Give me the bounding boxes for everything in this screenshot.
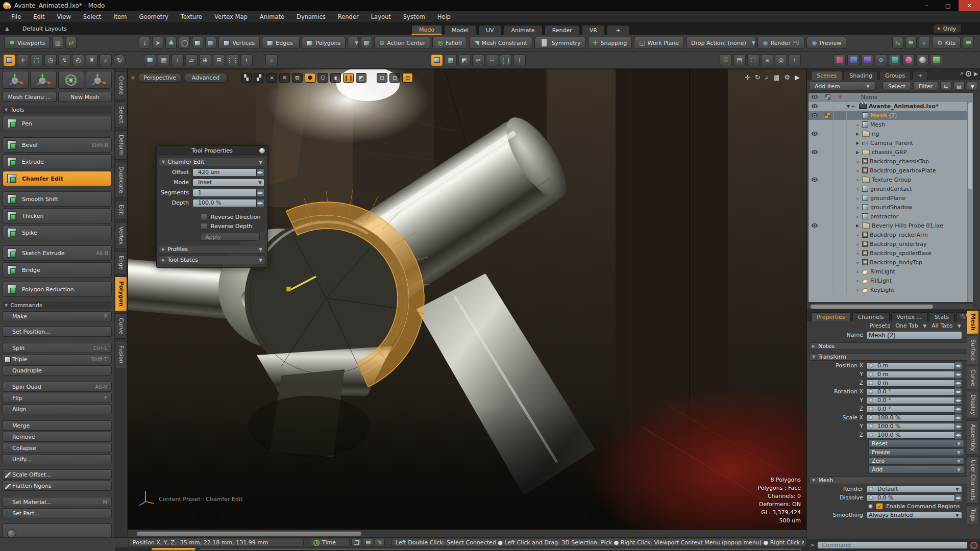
spinner-icon[interactable]: ◀▶ bbox=[954, 362, 962, 369]
gray-ball-icon[interactable] bbox=[916, 54, 928, 66]
zoom-tool-icon[interactable]: ⌕ bbox=[100, 54, 112, 66]
channel-dot-icon[interactable] bbox=[869, 381, 873, 385]
tree-item[interactable]: chassis_GRP bbox=[808, 147, 973, 157]
xray-mode-icon[interactable]: ⚇ bbox=[317, 73, 328, 83]
falloff-button[interactable]: ◎Falloff bbox=[432, 37, 467, 49]
ws-brackets-icon[interactable]: ❲❳ bbox=[500, 54, 512, 66]
menu-item[interactable]: Vertex Map bbox=[208, 12, 254, 22]
viewport-3d[interactable]: Perspective Advanced ▚ ▞ × ≋ ⧉ ⚉ ⚇ ◖ ❙❙ … bbox=[128, 69, 806, 530]
channel-input[interactable]: 0.0 ° ◀▶ bbox=[866, 388, 962, 395]
pink-gem-icon[interactable] bbox=[902, 54, 915, 66]
tool-button[interactable]: Chamfer Edit bbox=[3, 171, 112, 186]
tree-item[interactable]: RimLight bbox=[808, 267, 973, 276]
commands-section-header[interactable]: ▼Commands bbox=[3, 301, 112, 309]
render-dropdown[interactable]: Default▼ bbox=[866, 486, 962, 493]
move-tool-icon[interactable]: ✛ bbox=[17, 54, 29, 66]
one-tab-dropdown[interactable]: One Tab ▼ bbox=[895, 322, 926, 329]
translate-widget-icon[interactable] bbox=[86, 71, 112, 89]
cube-select-icon[interactable] bbox=[192, 37, 203, 49]
tool-button[interactable]: Sketch Extrude Alt-B bbox=[3, 245, 112, 261]
snapping-button[interactable]: ✛Snapping bbox=[588, 37, 632, 49]
workspace-tab[interactable]: Modo bbox=[411, 25, 442, 35]
tool-button[interactable]: Pen bbox=[3, 116, 112, 131]
properties-tab[interactable]: Vertex ... bbox=[891, 312, 927, 321]
visibility-toggle[interactable] bbox=[812, 113, 818, 117]
tree-item[interactable]: Backdrop_gearboxPlate bbox=[808, 166, 973, 175]
command-button[interactable]: Unify... bbox=[3, 454, 112, 464]
scrollbar-handle[interactable] bbox=[137, 532, 361, 536]
swap-layout-icon[interactable]: ⇆ bbox=[892, 37, 903, 49]
properties-tab[interactable]: Channels bbox=[852, 312, 890, 321]
rotate-tool-icon[interactable]: ◷ bbox=[44, 54, 57, 66]
tree-item[interactable]: groundContact bbox=[808, 184, 973, 193]
properties-side-tab[interactable]: Assembly bbox=[967, 420, 979, 455]
panes-icon[interactable] bbox=[905, 37, 917, 49]
tool-properties-header[interactable]: Tool Properties bbox=[157, 146, 267, 156]
compare-icon[interactable]: ⇆ bbox=[940, 82, 951, 91]
tree-item[interactable]: FillLight bbox=[808, 276, 973, 285]
mode-dropdown[interactable]: Inset▼ bbox=[192, 179, 264, 187]
tree-vertical-scrollbar[interactable] bbox=[967, 102, 973, 302]
list-view-icon[interactable]: ▤ bbox=[953, 82, 965, 91]
ws-scissors-icon[interactable]: ✂ bbox=[472, 54, 484, 66]
command-button[interactable]: Spin Quad Alt-V bbox=[3, 382, 112, 392]
monitor-icon[interactable] bbox=[363, 539, 373, 547]
pan-icon[interactable]: ✛ bbox=[745, 73, 750, 82]
vp-plus-icon[interactable]: + bbox=[240, 54, 253, 66]
violet-item-icon[interactable] bbox=[861, 54, 873, 66]
mode-tab[interactable]: Curve bbox=[115, 313, 127, 339]
tree-item[interactable]: rig bbox=[808, 129, 973, 138]
command-button[interactable]: Merge bbox=[3, 420, 112, 431]
workplane-toggle-icon[interactable]: ⊡ bbox=[389, 73, 400, 83]
visibility-toggle[interactable] bbox=[812, 150, 818, 154]
refresh-icon[interactable]: ↻ bbox=[113, 54, 126, 66]
vp-dots-icon[interactable]: ⋮⋮ bbox=[227, 54, 239, 66]
ws-cube-icon[interactable] bbox=[431, 54, 443, 66]
uv-book-icon[interactable]: ❙❙ bbox=[343, 73, 354, 83]
layout-split-icon[interactable]: ▥ bbox=[52, 37, 63, 49]
new-mesh-button[interactable]: New Mesh bbox=[58, 92, 112, 102]
menu-item[interactable]: Dynamics bbox=[290, 12, 332, 22]
expand-arrow-icon[interactable] bbox=[854, 132, 861, 136]
shading-mode-button[interactable]: Advanced bbox=[184, 73, 228, 83]
menu-item[interactable]: Render bbox=[332, 12, 365, 22]
polygon-type-dropdown[interactable]: ▼ bbox=[348, 37, 359, 49]
tool-button[interactable]: Thicken bbox=[3, 208, 112, 223]
drop-action-dropdown[interactable]: Drop Action: (none)▼ bbox=[686, 37, 755, 49]
ws-plus-icon[interactable]: + bbox=[513, 54, 526, 66]
dissolve-input[interactable]: 0.0 %◀▶ bbox=[866, 494, 962, 502]
mode-tab[interactable]: Deform bbox=[115, 130, 127, 160]
render-button[interactable]: ◉ RenderF9 bbox=[757, 37, 804, 49]
tool-button[interactable]: Bevel Shift-B bbox=[3, 137, 112, 153]
ws-grid-icon[interactable]: ▦ bbox=[445, 54, 457, 66]
tree-item[interactable]: protractor bbox=[808, 212, 973, 221]
command-button[interactable]: Split Ctrl-L bbox=[3, 343, 112, 353]
reverse-depth-checkbox[interactable]: Reverse Depth bbox=[201, 223, 267, 230]
curve-tool-icon[interactable]: ↯ bbox=[58, 54, 70, 66]
clock-tool-icon[interactable]: ◴ bbox=[72, 54, 84, 66]
overlay-icon[interactable]: ⧉ bbox=[292, 73, 303, 83]
workspace-tab[interactable]: VR bbox=[582, 25, 605, 35]
expand-arrow-icon[interactable] bbox=[854, 288, 861, 292]
tree-item[interactable]: Backdrop_chassisTop bbox=[808, 157, 973, 166]
scene-panel-tab[interactable]: Shading bbox=[844, 71, 878, 80]
chamfer-edit-section[interactable]: ▼Chamfer Edit▼ bbox=[159, 158, 265, 166]
paint-icon[interactable] bbox=[834, 54, 846, 66]
viewports-button[interactable]: Viewports bbox=[4, 37, 50, 49]
render-toggle[interactable] bbox=[825, 113, 830, 118]
updown-icon[interactable]: ⇅ bbox=[375, 539, 385, 547]
channel-input[interactable]: 100.0 % ◀▶ bbox=[866, 432, 962, 439]
command-button[interactable]: Quadruple bbox=[3, 365, 112, 375]
timeline-track[interactable] bbox=[200, 548, 801, 550]
expand-arrow-icon[interactable] bbox=[854, 196, 861, 201]
channel-dot-icon[interactable] bbox=[869, 424, 873, 429]
properties-side-tab[interactable]: Surface bbox=[967, 336, 979, 364]
menu-item[interactable]: View bbox=[51, 12, 77, 22]
viewport-scrollbar[interactable] bbox=[128, 530, 806, 537]
mesh-cleanup-button[interactable]: Mesh Cleanu ... bbox=[3, 92, 57, 102]
offset-input[interactable]: 420 um◀▶ bbox=[192, 168, 264, 177]
select-button[interactable]: Select bbox=[883, 82, 911, 91]
stamp-tool-icon[interactable]: ♜ bbox=[86, 54, 98, 66]
apply-button[interactable]: Apply bbox=[201, 233, 260, 241]
expand-arrow-icon[interactable] bbox=[854, 122, 861, 127]
